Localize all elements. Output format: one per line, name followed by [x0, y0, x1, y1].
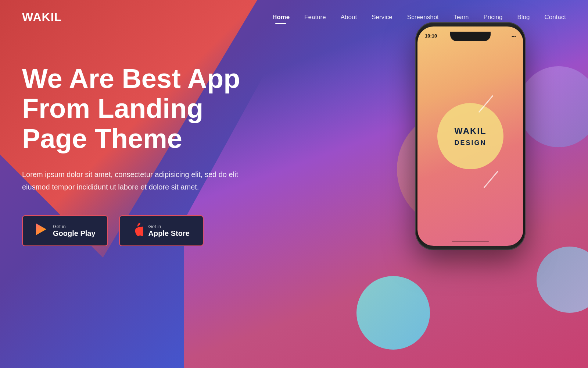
google-play-prelabel: Get in: [53, 224, 96, 229]
apple-store-prelabel: Get in: [148, 224, 190, 229]
google-play-icon: [35, 223, 48, 239]
nav-item-contact[interactable]: Contact: [544, 14, 566, 21]
nav-item-about[interactable]: About: [341, 14, 357, 21]
hero-section: WAKIL Home Feature About Service Screens…: [0, 0, 588, 368]
nav-item-home[interactable]: Home: [272, 14, 290, 21]
hero-title: We Are Best App From Landing Page Theme: [22, 64, 254, 153]
nav-link-feature[interactable]: Feature: [304, 14, 326, 21]
nav-link-service[interactable]: Service: [372, 14, 392, 21]
hero-description: Lorem ipsum dolor sit amet, consectetur …: [22, 168, 243, 193]
logo: WAKIL: [22, 10, 62, 24]
nav-item-service[interactable]: Service: [372, 14, 392, 21]
phone-mockup: 10:10 ▪▪▪ WAKIL DESIGN: [415, 22, 526, 250]
apple-store-text: Get in Apple Store: [148, 224, 190, 238]
nav-link-contact[interactable]: Contact: [544, 14, 566, 21]
nav-link-screenshot[interactable]: Screenshot: [407, 14, 439, 21]
navbar: WAKIL Home Feature About Service Screens…: [0, 0, 588, 34]
phone-app-circle: WAKIL DESIGN: [437, 103, 503, 169]
nav-link-pricing[interactable]: Pricing: [483, 14, 502, 21]
nav-links: Home Feature About Service Screenshot Te…: [272, 14, 566, 21]
phone-app-content: WAKIL DESIGN: [417, 26, 523, 246]
cta-buttons: Get in Google Play Get in Apple Store: [22, 215, 254, 246]
phone-app-name: WAKIL: [454, 126, 486, 136]
nav-item-screenshot[interactable]: Screenshot: [407, 14, 439, 21]
nav-link-team[interactable]: Team: [453, 14, 469, 21]
hero-content: We Are Best App From Landing Page Theme …: [0, 34, 276, 246]
deco-circle-teal: [356, 276, 430, 350]
phone-mockup-container: 10:10 ▪▪▪ WAKIL DESIGN: [415, 22, 533, 250]
google-play-text: Get in Google Play: [53, 224, 96, 238]
nav-item-team[interactable]: Team: [453, 14, 469, 21]
phone-screen: 10:10 ▪▪▪ WAKIL DESIGN: [417, 26, 523, 246]
apple-icon: [132, 223, 143, 239]
nav-link-home[interactable]: Home: [272, 14, 290, 21]
apple-store-mainlabel: Apple Store: [148, 229, 190, 238]
phone-home-indicator: [452, 241, 489, 242]
nav-item-pricing[interactable]: Pricing: [483, 14, 502, 21]
nav-link-about[interactable]: About: [341, 14, 357, 21]
apple-store-button[interactable]: Get in Apple Store: [119, 215, 204, 246]
phone-app-sub: DESIGN: [454, 139, 486, 147]
nav-item-feature[interactable]: Feature: [304, 14, 326, 21]
nav-item-blog[interactable]: Blog: [517, 14, 530, 21]
svg-marker-0: [36, 223, 46, 235]
nav-link-blog[interactable]: Blog: [517, 14, 530, 21]
phone-status-icons: ▪▪▪: [512, 34, 516, 38]
google-play-button[interactable]: Get in Google Play: [22, 215, 108, 246]
decorative-line-2: [484, 171, 499, 188]
google-play-mainlabel: Google Play: [53, 229, 96, 238]
